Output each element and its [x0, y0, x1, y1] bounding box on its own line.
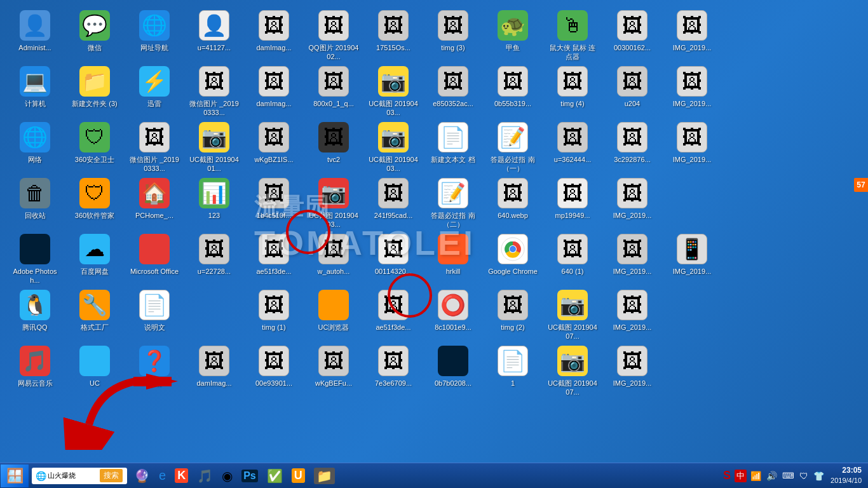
desktop-icon-newtxt[interactable]: 📄新建文本文 档 — [424, 118, 482, 175]
desktop-icon-damimag1[interactable]: 🖼damImag... — [245, 6, 302, 64]
desktop-icon-u22728[interactable]: 🖼u=22728... — [186, 230, 243, 287]
desktop-icon-wkgbz1is[interactable]: 🖼wKgBZ1IS... — [245, 118, 302, 175]
desktop-icon-ae51f3de2[interactable]: 🖼ae51f3de... — [365, 286, 422, 343]
desktop-icon-360soft[interactable]: 🛡360软件管家 — [66, 174, 123, 231]
volume-tray-icon[interactable]: 🔊 — [765, 471, 778, 481]
desktop-icon-newfolder[interactable]: 📁新建文件夹 (3) — [66, 62, 123, 119]
search-input[interactable] — [48, 472, 98, 480]
desktop-icon-u41127[interactable]: 👤u=41127... — [186, 6, 243, 64]
desktop-icon-ucscreen1[interactable]: 📷UC截图 20190403... — [365, 62, 422, 119]
taskbar-uc[interactable]: U — [288, 464, 309, 487]
desktop-icon-timg4[interactable]: 🖼timg (4) — [544, 62, 601, 119]
taskbar-green[interactable]: ✅ — [263, 464, 287, 487]
desktop-icon-241f95cad[interactable]: 🖼241f95cad... — [365, 174, 422, 231]
desktop-icon-wkgbefu[interactable]: 🖼wKgBEFu... — [305, 342, 362, 399]
desktop-icon-00e93901[interactable]: 🖼00e93901... — [245, 342, 302, 399]
desktop-icon-baiduyun[interactable]: ☁百度网盘 — [66, 230, 123, 287]
desktop-icon-3c292876[interactable]: 🖼3c292876... — [604, 118, 661, 175]
desktop-icon-ucscreen3[interactable]: 📷UC截图 20190403... — [365, 118, 422, 175]
desktop-icon-img2019f[interactable]: 📱IMG_2019... — [663, 230, 721, 287]
taskbar-kuaibo[interactable]: K — [171, 464, 192, 487]
ime-tray-icon[interactable]: 中 — [735, 470, 747, 482]
desktop-icon-img2019g[interactable]: 🖼IMG_2019... — [604, 286, 661, 343]
desktop-icon-img2019h[interactable]: 🖼IMG_2019... — [604, 342, 661, 399]
desktop-icon-7e3e6709[interactable]: 🖼7e3e6709... — [365, 342, 422, 399]
desktop-icon-img2019d[interactable]: 🖼IMG_2019... — [604, 174, 661, 231]
desktop-icon-qqpic[interactable]: 🖼QQ图片 20190402... — [305, 6, 362, 64]
desktop-icon-ae51f3de[interactable]: 🖼ae51f3de... — [245, 230, 302, 287]
desktop-icon-u362444[interactable]: 🖼u=362444... — [544, 118, 601, 175]
desktop-icon-0b7b0208[interactable]: 0b7b0208... — [424, 342, 482, 399]
desktop-icon-360safe[interactable]: 🛡360安全卫士 — [66, 118, 123, 175]
desktop-icon-qqapp[interactable]: 🐧腾讯QQ — [6, 286, 64, 343]
desktop-icon-googlechrome[interactable]: Google Chrome — [484, 230, 541, 287]
desktop-icon-uc2[interactable]: UC — [66, 342, 123, 399]
desktop-icon-daming2[interactable]: 🖼damImag... — [245, 62, 302, 119]
desktop-icon-admin[interactable]: 👤Administ... — [6, 6, 64, 64]
ime2-tray-icon[interactable]: ⌨ — [781, 471, 796, 480]
desktop-icon-640webp[interactable]: 🖼640.webp — [484, 174, 541, 231]
taskbar-chrome[interactable]: ◉ — [218, 464, 236, 487]
desktop-icon-timg3[interactable]: 🖼timg (3) — [424, 6, 482, 64]
desktop-icon-answer1[interactable]: 📝答题必过指 南（一） — [484, 118, 541, 175]
taskbar-163music[interactable]: 🎵 — [193, 464, 217, 487]
desktop-icon-ucscreen4[interactable]: 📷UC截图 20190403... — [305, 174, 362, 231]
desktop-icon-hrkill[interactable]: hrkill — [424, 230, 482, 287]
desktop-icon-computer[interactable]: 💻计算机 — [6, 62, 64, 119]
desktop-icon-jiayu[interactable]: 🐢甲鱼 — [484, 6, 541, 64]
sogou-tray-icon[interactable]: S — [722, 469, 732, 482]
desktop-icon-network[interactable]: 🌐网络 — [6, 118, 64, 175]
desktop-icon-00114320[interactable]: 🖼00114320... — [365, 230, 422, 287]
desktop-icon-640_1[interactable]: 🖼640 (1) — [544, 230, 601, 287]
desktop-icon-recycle[interactable]: 🗑回收站 — [6, 174, 64, 231]
shirt-tray-icon[interactable]: 👕 — [812, 471, 825, 481]
desktop-icon-ucscreen2[interactable]: 📷UC截图 20190401... — [186, 118, 243, 175]
desktop-icon-ucbrowser[interactable]: UC浏览器 — [305, 286, 362, 343]
desktop-icon-img2019e[interactable]: 🖼IMG_2019... — [604, 230, 661, 287]
network-tray-icon[interactable]: 📶 — [749, 471, 763, 481]
desktop-icon-mp19949[interactable]: 🖼mp19949... — [544, 174, 601, 231]
desktop-icon-timg2[interactable]: 🖼timg (2) — [484, 286, 541, 343]
desktop-icon-xunlei[interactable]: ⚡迅雷 — [126, 62, 183, 119]
desktop-icon-ucscreen6[interactable]: 📷UC截图 20190407... — [544, 342, 601, 399]
desktop-icon-800x0[interactable]: 🖼800x0_1_q... — [305, 62, 362, 119]
desktop-icon-geshigongchang[interactable]: 🔧格式工厂 — [66, 286, 123, 343]
desktop-icon-img003[interactable]: 🖼00300162... — [604, 6, 661, 64]
desktop-icon-help[interactable]: ❓帮助 — [126, 342, 183, 399]
taskbar-ps[interactable]: Ps — [238, 464, 262, 487]
taskbar-ie[interactable]: e — [155, 464, 170, 487]
desktop-icon-img2019b[interactable]: 🖼IMG_2019... — [663, 62, 721, 119]
desktop-icon-ucscreen5[interactable]: 📷UC截图 20190407... — [544, 286, 601, 343]
taskbar-folder[interactable]: 📁 — [310, 464, 339, 487]
desktop-icon-timg1[interactable]: 🖼timg (1) — [245, 286, 302, 343]
desktop-icon-answer2[interactable]: 📝答题必过指 南（二） — [424, 174, 482, 231]
desktop-icon-pchome[interactable]: 🏠PCHome_... — [126, 174, 183, 231]
desktop-icon-daming3[interactable]: 🖼damImag... — [186, 342, 243, 399]
desktop-icon-wechatpic2[interactable]: 🖼微信图片 _20190333... — [126, 118, 183, 175]
system-time[interactable]: 23:05 2019/4/10 — [828, 465, 864, 485]
desktop-icon-wechatpic[interactable]: 🖼微信图片 _20190333... — [186, 62, 243, 119]
desktop-icon-w_autoh[interactable]: 🖼w_autoh... — [305, 230, 362, 287]
desktop-icon-8c1001e9[interactable]: ⭕8c1001e9... — [424, 286, 482, 343]
desktop-icon-img2019c[interactable]: 🖼IMG_2019... — [663, 118, 721, 175]
desktop-icon-17515os[interactable]: 🖼17515Os... — [365, 6, 422, 64]
desktop-icon-1b4c510f[interactable]: 🖼1b4c510f... — [245, 174, 302, 231]
desktop-icon-e850352[interactable]: 🖼e850352ac... — [424, 62, 482, 119]
desktop-icon-0b55b319[interactable]: 🖼0b55b319... — [484, 62, 541, 119]
desktop-icon-img2019a[interactable]: 🖼IMG_2019... — [663, 6, 721, 64]
desktop-icon-ie[interactable]: 🌐网址导航 — [126, 6, 183, 64]
desktop-icon-photoshop[interactable]: Adobe Photosh... — [6, 230, 64, 287]
desktop-icon-u204[interactable]: 🖼u204 — [604, 62, 661, 119]
start-button[interactable]: 🪟 — [1, 464, 29, 487]
desktop-icon-wyymusic[interactable]: 🎵网易云音乐 — [6, 342, 64, 399]
desktop-icon-num123[interactable]: 📊123 — [186, 174, 243, 231]
desktop-icon-num1[interactable]: 📄1 — [484, 342, 541, 399]
taskbar-360[interactable]: 🔮 — [130, 464, 154, 487]
right-edge-badge[interactable]: 57 — [854, 178, 868, 192]
desktop-icon-msoffice[interactable]: Microsoft Office — [126, 230, 183, 287]
desktop-icon-tvc2[interactable]: 🖼tvc2 — [305, 118, 362, 175]
security-tray-icon[interactable]: 🛡 — [798, 471, 810, 481]
desktop-icon-mouse[interactable]: 🖱鼠大侠 鼠标 连点器 — [544, 6, 601, 64]
desktop-icon-wechat[interactable]: 💬微信 — [66, 6, 123, 64]
search-button[interactable]: 搜索 — [100, 469, 123, 482]
